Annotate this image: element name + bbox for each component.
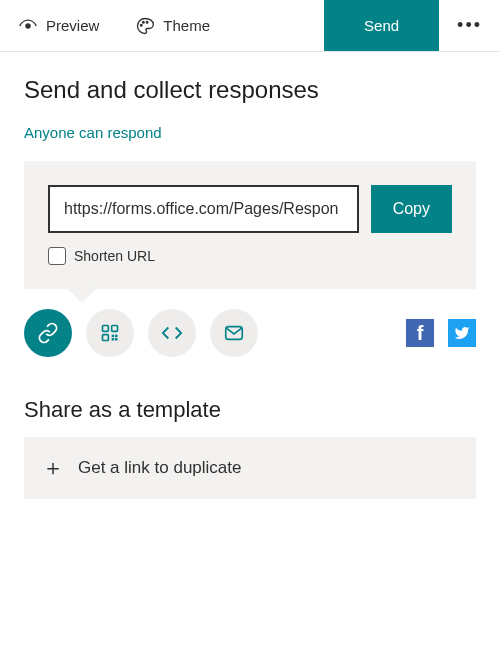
svg-rect-5 — [112, 326, 118, 332]
twitter-share-button[interactable] — [448, 319, 476, 347]
share-url-input[interactable] — [48, 185, 359, 233]
svg-rect-7 — [112, 335, 115, 338]
shorten-url-label: Shorten URL — [74, 248, 155, 264]
svg-point-3 — [147, 21, 149, 23]
share-email-button[interactable] — [210, 309, 258, 357]
more-icon: ••• — [457, 15, 482, 35]
svg-rect-6 — [103, 335, 109, 341]
facebook-icon: f — [417, 322, 424, 345]
theme-button[interactable]: Theme — [117, 0, 228, 51]
preview-button[interactable]: Preview — [0, 0, 117, 51]
svg-point-2 — [143, 21, 145, 23]
plus-icon: ＋ — [42, 453, 64, 483]
svg-point-1 — [141, 24, 143, 26]
shorten-url-checkbox[interactable] — [48, 247, 66, 265]
audience-selector[interactable]: Anyone can respond — [24, 124, 162, 141]
send-section: Send and collect responses Anyone can re… — [0, 52, 500, 289]
eye-icon — [18, 16, 38, 36]
template-heading: Share as a template — [0, 367, 500, 437]
more-options-button[interactable]: ••• — [439, 15, 500, 36]
svg-rect-10 — [112, 338, 115, 341]
palette-icon — [135, 16, 155, 36]
svg-point-0 — [26, 23, 30, 27]
page-title: Send and collect responses — [24, 76, 476, 104]
link-panel: Copy Shorten URL — [24, 161, 476, 289]
theme-label: Theme — [163, 17, 210, 34]
facebook-share-button[interactable]: f — [406, 319, 434, 347]
share-link-button[interactable] — [24, 309, 72, 357]
mail-icon — [223, 322, 245, 344]
svg-rect-4 — [103, 326, 109, 332]
qr-icon — [100, 323, 120, 343]
duplicate-label: Get a link to duplicate — [78, 458, 241, 478]
svg-rect-8 — [115, 338, 118, 341]
duplicate-link-button[interactable]: ＋ Get a link to duplicate — [24, 437, 476, 499]
code-icon — [161, 322, 183, 344]
share-embed-button[interactable] — [148, 309, 196, 357]
send-label: Send — [364, 17, 399, 34]
share-qr-button[interactable] — [86, 309, 134, 357]
send-button[interactable]: Send — [324, 0, 439, 51]
svg-rect-9 — [115, 335, 118, 338]
preview-label: Preview — [46, 17, 99, 34]
twitter-icon — [454, 325, 470, 341]
toolbar: Preview Theme Send ••• — [0, 0, 500, 52]
copy-button[interactable]: Copy — [371, 185, 452, 233]
share-methods-row: f — [0, 289, 500, 367]
link-icon — [37, 322, 59, 344]
